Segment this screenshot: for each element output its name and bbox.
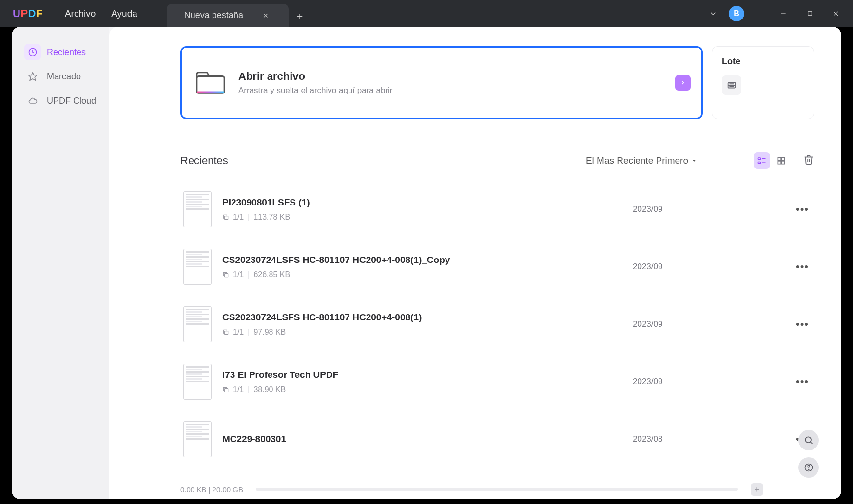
storage-add-button[interactable]: ＋ — [751, 483, 763, 496]
batch-panel: Lote — [712, 46, 814, 119]
open-file-title: Abrir archivo — [238, 70, 393, 83]
menu-help[interactable]: Ayuda — [111, 8, 137, 19]
file-date: 2023/09 — [633, 377, 794, 387]
svg-marker-12 — [693, 160, 696, 162]
file-more-button[interactable]: ••• — [794, 375, 811, 388]
file-thumbnail — [183, 249, 212, 285]
title-right: B — [704, 5, 853, 22]
storage-label: 0.00 KB | 20.00 GB — [180, 485, 243, 494]
menu-file[interactable]: Archivo — [65, 8, 96, 19]
new-tab-button[interactable]: ＋ — [289, 4, 311, 27]
file-name: i73 El Profesor Tech UPDF — [222, 370, 633, 380]
window-close-button[interactable] — [823, 5, 849, 22]
svg-marker-5 — [29, 73, 37, 81]
svg-rect-22 — [225, 274, 228, 277]
separator — [54, 8, 54, 19]
tab-new[interactable]: Nueva pestaña ✕ — [167, 4, 289, 27]
svg-point-25 — [805, 437, 811, 443]
sidebar-item-recents[interactable]: Recientes — [18, 41, 103, 63]
file-meta: 1/1|113.78 KB — [222, 213, 633, 222]
svg-rect-23 — [225, 331, 228, 335]
fab-search-button[interactable] — [798, 430, 819, 450]
cloud-icon — [24, 93, 41, 109]
recents-panel: Recientes El Mas Reciente Primero — [180, 152, 814, 468]
clock-icon — [24, 44, 41, 60]
sidebar-item-marked[interactable]: Marcado — [18, 66, 103, 87]
svg-point-28 — [808, 469, 809, 470]
file-thumbnail — [183, 421, 212, 457]
file-thumbnail — [183, 306, 212, 342]
file-more-button[interactable]: ••• — [794, 318, 811, 331]
file-name: MC229-800301 — [222, 434, 633, 445]
app-logo: UPDF — [13, 7, 43, 20]
main-panel: Abrir archivo Arrastra y suelta el archi… — [109, 27, 841, 480]
svg-line-26 — [810, 442, 812, 444]
file-meta: 1/1|97.98 KB — [222, 328, 633, 336]
avatar[interactable]: B — [729, 6, 744, 21]
file-date: 2023/09 — [633, 262, 794, 272]
sidebar-item-label: UPDF Cloud — [47, 96, 96, 106]
file-meta: 1/1|38.90 KB — [222, 385, 633, 394]
file-row[interactable]: PI23090801LSFS (1) 1/1|113.78 KB 2023/09… — [180, 181, 814, 238]
file-name: CS20230724LSFS HC-801107 HC200+4-008(1)_… — [222, 255, 633, 265]
svg-rect-17 — [778, 157, 781, 160]
file-row[interactable]: i73 El Profesor Tech UPDF 1/1|38.90 KB 2… — [180, 353, 814, 411]
file-more-button[interactable]: ••• — [794, 203, 811, 216]
chevron-down-icon[interactable] — [704, 5, 722, 22]
star-icon — [24, 68, 41, 85]
file-row[interactable]: MC229-800301 2023/08 ••• — [180, 411, 814, 468]
window-minimize-button[interactable] — [770, 5, 796, 22]
view-list-button[interactable] — [754, 152, 770, 169]
file-more-button[interactable]: ••• — [794, 261, 811, 273]
sort-label: El Mas Reciente Primero — [586, 155, 688, 166]
folder-icon — [195, 70, 226, 95]
sidebar-item-label: Marcado — [47, 72, 81, 82]
file-date: 2023/08 — [633, 434, 794, 444]
close-icon[interactable]: ✕ — [263, 12, 269, 19]
file-thumbnail — [183, 191, 212, 227]
file-date: 2023/09 — [633, 319, 794, 329]
sidebar-item-cloud[interactable]: UPDF Cloud — [18, 90, 103, 112]
storage-bar: 0.00 KB | 20.00 GB ＋ — [109, 480, 841, 499]
view-grid-button[interactable] — [773, 152, 790, 169]
svg-rect-6 — [197, 76, 224, 93]
sidebar-item-label: Recientes — [47, 47, 86, 57]
tab-strip: Nueva pestaña ✕ ＋ — [167, 0, 311, 27]
title-bar: UPDF Archivo Ayuda Nueva pestaña ✕ ＋ B — [0, 0, 853, 27]
sidebar: Recientes Marcado UPDF Cloud — [12, 27, 109, 499]
open-file-dropzone[interactable]: Abrir archivo Arrastra y suelta el archi… — [180, 46, 703, 119]
storage-progress — [256, 488, 738, 491]
trash-button[interactable] — [803, 154, 814, 167]
fab-help-button[interactable] — [798, 457, 819, 478]
svg-rect-21 — [225, 216, 228, 220]
recents-title: Recientes — [180, 154, 228, 167]
batch-scanner-button[interactable] — [722, 75, 741, 95]
svg-rect-19 — [778, 161, 781, 164]
file-name: CS20230724LSFS HC-801107 HC200+4-008(1) — [222, 312, 633, 323]
file-date: 2023/09 — [633, 205, 794, 214]
file-row[interactable]: CS20230724LSFS HC-801107 HC200+4-008(1)_… — [180, 238, 814, 296]
svg-rect-1 — [808, 12, 812, 16]
open-file-subtitle: Arrastra y suelta el archivo aquí para a… — [238, 86, 393, 95]
recents-header: Recientes El Mas Reciente Primero — [180, 152, 814, 169]
svg-rect-13 — [758, 158, 761, 159]
file-meta: 1/1|626.85 KB — [222, 270, 633, 279]
svg-rect-24 — [225, 389, 228, 392]
recents-list: PI23090801LSFS (1) 1/1|113.78 KB 2023/09… — [180, 181, 814, 468]
svg-rect-7 — [197, 91, 224, 93]
tab-label: Nueva pestaña — [184, 10, 243, 20]
batch-title: Lote — [722, 56, 804, 67]
file-row[interactable]: CS20230724LSFS HC-801107 HC200+4-008(1) … — [180, 296, 814, 353]
sort-dropdown[interactable]: El Mas Reciente Primero — [586, 155, 697, 166]
app-body: Recientes Marcado UPDF Cloud — [12, 27, 841, 499]
svg-rect-14 — [758, 162, 761, 164]
file-name: PI23090801LSFS (1) — [222, 197, 633, 208]
window-maximize-button[interactable] — [796, 5, 823, 22]
svg-rect-20 — [782, 161, 785, 164]
open-file-arrow-button[interactable] — [675, 75, 691, 91]
file-thumbnail — [183, 364, 212, 400]
svg-rect-18 — [782, 157, 785, 160]
separator — [759, 8, 759, 19]
